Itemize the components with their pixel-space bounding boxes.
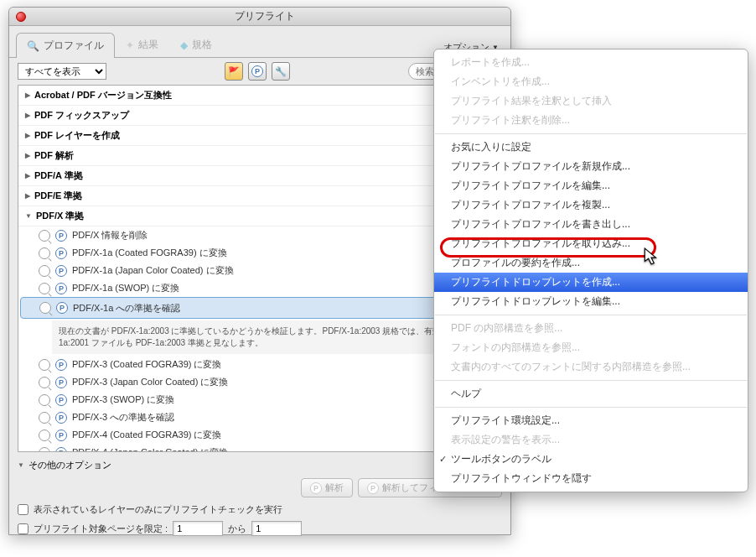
profile-icon: 🔍: [27, 40, 39, 52]
profile-tree[interactable]: Acrobat / PDF バージョン互換性 PDF フィックスアップ PDF …: [18, 85, 502, 452]
analyze-button[interactable]: P解析: [301, 478, 353, 497]
standards-icon: ◆: [180, 39, 188, 51]
window-title: プリフライト: [26, 9, 504, 23]
tab-profile[interactable]: 🔍 プロファイル: [16, 33, 115, 58]
p-icon: P: [55, 447, 67, 453]
tool-flag-button[interactable]: 🚩: [225, 62, 243, 81]
layers-checkbox[interactable]: [18, 504, 28, 515]
tool-p-button[interactable]: P: [248, 62, 267, 81]
filter-select[interactable]: すべてを表示: [18, 63, 106, 80]
tree-item[interactable]: PPDF/X-4 (Coated FOGRA39) に変換: [18, 426, 501, 444]
tree-item[interactable]: PPDF/X-3 (SWOP) に変換: [18, 391, 501, 409]
bottom-panel: その他のオプション P解析 P解析してフィックスアップ 表示されているレイヤーの…: [18, 455, 502, 539]
menu-item[interactable]: プリフライトプロファイルを編集...: [434, 176, 748, 195]
tree-header[interactable]: PDF/E 準拠: [18, 186, 501, 206]
lens-icon: [39, 377, 50, 388]
tab-results[interactable]: ✦ 結果: [115, 32, 169, 57]
lens-icon: [39, 412, 50, 424]
menu-separator: [435, 133, 747, 134]
menu-separator: [435, 315, 747, 315]
layers-checkbox-row: 表示されているレイヤーのみにプリフライトチェックを実行: [18, 501, 502, 518]
tab-label: 結果: [138, 38, 158, 52]
tree-item[interactable]: PPDF/X-1a (Japan Color Coated) に変換: [18, 262, 501, 279]
menu-item[interactable]: PDF の内部構造を参照...: [434, 319, 748, 338]
tool-wrench-button[interactable]: 🔧: [272, 62, 290, 81]
menu-item[interactable]: フォントの内部構造を参照...: [434, 338, 748, 357]
p-icon: P: [56, 302, 68, 314]
p-icon: P: [55, 394, 67, 406]
p-icon: P: [55, 359, 67, 371]
results-icon: ✦: [126, 39, 134, 51]
menu-item[interactable]: プリフライトドロップレットを編集...: [434, 292, 748, 311]
tree-item[interactable]: PPDF/X-3 (Coated FOGRA39) に変換: [18, 356, 501, 373]
menu-item[interactable]: レポートを作成...: [434, 53, 748, 72]
page-from-input[interactable]: [173, 521, 223, 536]
tree-header[interactable]: PDF レイヤーを作成: [18, 126, 501, 146]
page-to-input[interactable]: [251, 521, 302, 536]
menu-item[interactable]: 表示設定の警告を表示...: [434, 430, 748, 450]
checkbox-label: 表示されているレイヤーのみにプリフライトチェックを実行: [34, 503, 282, 516]
tree-item[interactable]: PPDF/X 情報を削除: [18, 226, 501, 244]
lens-icon: [39, 359, 50, 371]
p-icon: P: [55, 377, 67, 388]
p-icon: P: [55, 230, 67, 242]
tree-item[interactable]: PPDF/X-3 への準拠を確認: [18, 409, 501, 426]
pages-checkbox[interactable]: [18, 523, 28, 534]
tree-header[interactable]: PDF/X 準拠: [18, 206, 501, 226]
checkbox-label: プリフライト対象ページを限定 :: [34, 523, 168, 535]
lens-icon: [39, 302, 51, 314]
lens-icon: [39, 429, 50, 441]
menu-item[interactable]: プリフライトプロファイルを書き出し...: [434, 215, 748, 234]
menu-item[interactable]: プリフライト結果を注釈として挿入: [434, 91, 748, 111]
menu-item[interactable]: プリフライトウィンドウを隠す: [434, 469, 748, 488]
menu-item[interactable]: 文書内のすべてのフォントに関する内部構造を参照...: [434, 357, 748, 377]
menu-item[interactable]: プロファイルの要約を作成...: [434, 253, 748, 273]
menu-item[interactable]: プリフライトプロファイルを新規作成...: [434, 157, 748, 176]
p-icon: P: [55, 429, 67, 441]
menu-item[interactable]: インベントリを作成...: [434, 72, 748, 91]
tree-item[interactable]: PPDF/X-3 (Japan Color Coated) に変換: [18, 373, 501, 391]
tab-label: プロファイル: [44, 39, 104, 53]
menu-item-highlighted[interactable]: プリフライトドロップレットを作成...: [434, 273, 748, 292]
lens-icon: [39, 394, 50, 406]
menu-item[interactable]: お気に入りに設定: [434, 138, 748, 157]
tab-label: 規格: [192, 38, 212, 52]
lens-icon: [39, 265, 50, 277]
page-sep-label: から: [228, 523, 246, 535]
lens-icon: [39, 230, 50, 242]
tree-header[interactable]: Acrobat / PDF バージョン互換性: [18, 86, 501, 106]
menu-item-checked[interactable]: ツールボタンのラベル: [434, 450, 748, 469]
menu-item[interactable]: ヘルプ: [434, 384, 748, 403]
menu-item[interactable]: プリフライトプロファイルを取り込み...: [434, 234, 748, 253]
tab-standards[interactable]: ◆ 規格: [169, 32, 223, 57]
menu-item[interactable]: プリフライト環境設定...: [434, 411, 748, 430]
p-icon: P: [55, 247, 67, 259]
pages-checkbox-row: プリフライト対象ページを限定 : から: [18, 518, 502, 539]
lens-icon: [39, 247, 50, 259]
tree-item[interactable]: PPDF/X-4 (Japan Color Coated) に変換: [18, 444, 501, 452]
close-button[interactable]: [16, 12, 26, 22]
lens-icon: [39, 447, 50, 453]
menu-item[interactable]: プリフライトプロファイルを複製...: [434, 195, 748, 215]
lens-icon: [39, 283, 50, 294]
p-icon: P: [367, 482, 379, 494]
options-menu: レポートを作成... インベントリを作成... プリフライト結果を注釈として挿入…: [433, 49, 748, 492]
menu-separator: [435, 407, 747, 408]
p-icon: P: [251, 65, 263, 77]
tree-item[interactable]: PPDF/X-1a (SWOP) に変換: [18, 279, 501, 297]
other-options-toggle[interactable]: その他のオプション: [18, 455, 502, 475]
item-description: 現在の文書が PDF/X-1a:2003 に準拠しているかどうかを検証します。P…: [52, 320, 495, 354]
tree-header[interactable]: PDF 解析: [18, 146, 501, 166]
p-icon: P: [55, 412, 67, 424]
wrench-icon: 🔧: [275, 66, 287, 77]
tree-header[interactable]: PDF/A 準拠: [18, 166, 501, 186]
titlebar: プリフライト: [9, 8, 510, 26]
tree-item-selected[interactable]: PPDF/X-1a への準拠を確認編集: [20, 297, 500, 319]
tree-item[interactable]: PPDF/X-1a (Coated FOGRA39) に変換: [18, 244, 501, 262]
p-icon: P: [55, 265, 67, 277]
menu-separator: [435, 380, 747, 381]
menu-item[interactable]: プリフライト注釈を削除...: [434, 111, 748, 130]
tree-header[interactable]: PDF フィックスアップ: [18, 106, 501, 126]
flag-icon: 🚩: [228, 66, 240, 77]
p-icon: P: [55, 283, 67, 294]
